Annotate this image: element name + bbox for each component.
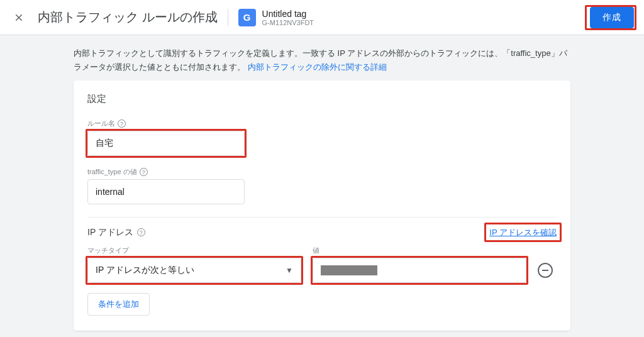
ip-value-input[interactable] [313,258,526,283]
traffic-type-input[interactable] [87,179,245,204]
tag-text: Untitled tag G-M112NV3FDT [262,9,314,26]
dialog-header: 内部トラフィック ルールの作成 G Untitled tag G-M112NV3… [0,0,644,35]
redacted-value [321,265,377,275]
remove-condition-button[interactable] [538,263,553,278]
rule-name-input[interactable] [87,131,245,156]
tag-block: G Untitled tag G-M112NV3FDT [228,9,314,26]
add-condition-button[interactable]: 条件を追加 [87,293,150,316]
match-type-select[interactable]: IP アドレスが次と等しい ▼ [87,258,301,283]
settings-card: 設定 ルール名 ? traffic_type の値 ? IP アドレス ? IP… [74,80,570,331]
help-icon[interactable]: ? [140,168,148,176]
condition-row: マッチタイプ IP アドレスが次と等しい ▼ 値 [87,246,557,283]
close-button[interactable] [10,9,28,26]
page-title: 内部トラフィック ルールの作成 [38,9,228,26]
check-ip-link[interactable]: IP アドレスを確認 [489,228,557,237]
traffic-type-label: traffic_type の値 ? [87,167,557,177]
ip-section-title: IP アドレス ? [87,227,145,238]
tag-id: G-M112NV3FDT [262,19,314,26]
create-button[interactable]: 作成 [590,7,634,28]
learn-more-link[interactable]: 内部トラフィックの除外に関する詳細 [248,62,387,72]
minus-icon [542,270,548,271]
tag-name: Untitled tag [262,9,314,19]
description-text: 内部トラフィックとして識別するトラフィックを定義します。一致する IP アドレス… [74,35,570,80]
close-icon [13,12,25,23]
ga-tag-icon: G [238,9,256,26]
value-label: 値 [313,246,526,255]
card-title: 設定 [87,93,557,105]
help-icon[interactable]: ? [118,119,126,128]
rule-name-label: ルール名 ? [87,119,557,128]
divider [87,217,557,218]
chevron-down-icon: ▼ [286,266,293,275]
help-icon[interactable]: ? [137,228,145,236]
match-type-label: マッチタイプ [87,246,301,255]
